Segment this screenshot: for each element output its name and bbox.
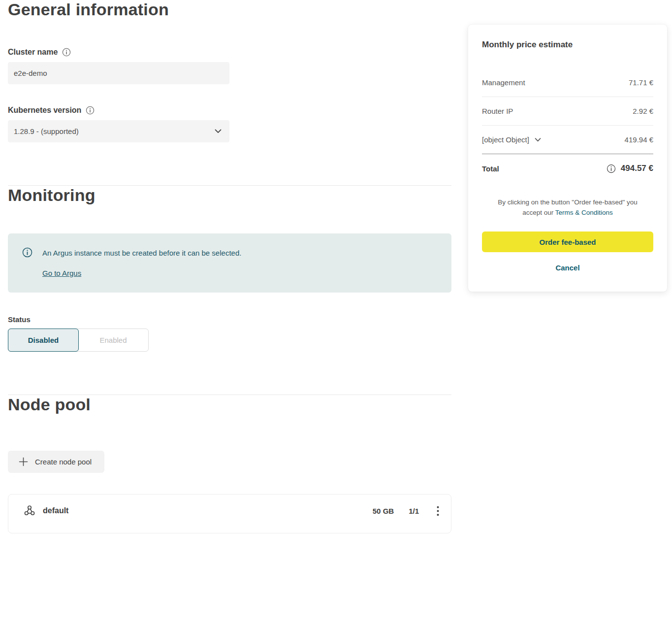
price-row-value: 2.92 € [633, 107, 653, 115]
node-pool-size: 50 GB [373, 507, 394, 515]
node-pool-title: Node pool [8, 395, 451, 414]
price-row-router-ip: Router IP 2.92 € [482, 97, 653, 126]
create-node-pool-label: Create node pool [35, 458, 92, 466]
argus-info-banner: An Argus instance must be created before… [8, 233, 451, 293]
order-fee-based-button[interactable]: Order fee-based [482, 231, 653, 252]
price-row-node-pool[interactable]: [object Object] 419.94 € [482, 126, 653, 154]
terms-text: By clicking on the button "Order fee-bas… [494, 197, 641, 218]
go-to-argus-link[interactable]: Go to Argus [42, 269, 81, 277]
status-toggle-group: Disabled Enabled [8, 329, 149, 352]
kubernetes-version-info-icon[interactable] [86, 106, 95, 115]
chevron-down-icon[interactable] [535, 138, 541, 142]
price-row-management: Management 71.71 € [482, 68, 653, 97]
create-node-pool-button[interactable]: Create node pool [8, 451, 104, 473]
cancel-button[interactable]: Cancel [552, 263, 582, 272]
price-row-value: 419.94 € [625, 135, 653, 144]
status-option-disabled[interactable]: Disabled [8, 329, 79, 352]
total-label: Total [482, 165, 499, 173]
cluster-create-form: General information Cluster name e2e-dem… [8, 0, 451, 533]
status-option-enabled[interactable]: Enabled [78, 329, 148, 351]
total-value: 494.57 € [621, 164, 653, 173]
cluster-name-input[interactable]: e2e-demo [8, 62, 229, 84]
node-pool-count: 1/1 [409, 507, 419, 515]
kubernetes-version-select[interactable]: 1.28.9 - (supported) [8, 120, 229, 142]
banner-message: An Argus instance must be created before… [42, 248, 241, 258]
monthly-price-estimate-card: Monthly price estimate Management 71.71 … [468, 25, 667, 292]
node-pool-menu-button[interactable] [434, 504, 442, 518]
cluster-icon [23, 504, 36, 517]
node-pool-row[interactable]: default 50 GB 1/1 [8, 494, 451, 533]
chevron-down-icon [215, 129, 222, 133]
status-label: Status [8, 315, 451, 324]
total-info-icon[interactable] [607, 164, 616, 173]
node-pool-name: default [43, 506, 68, 515]
monitoring-title: Monitoring [8, 186, 451, 205]
price-rows: Management 71.71 € Router IP 2.92 € [obj… [482, 68, 653, 181]
terms-and-conditions-link[interactable]: Terms & Conditions [555, 209, 613, 216]
price-card-title: Monthly price estimate [482, 40, 653, 50]
price-row-value: 71.71 € [629, 78, 653, 87]
cluster-name-label: Cluster name [8, 48, 451, 57]
cluster-name-info-icon[interactable] [62, 48, 71, 57]
plus-icon [19, 457, 28, 466]
general-information-title: General information [8, 0, 451, 19]
kebab-icon [437, 506, 439, 516]
price-total-row: Total 494.57 € [482, 154, 653, 181]
banner-info-icon [22, 247, 32, 258]
kubernetes-version-label: Kubernetes version [8, 106, 451, 115]
